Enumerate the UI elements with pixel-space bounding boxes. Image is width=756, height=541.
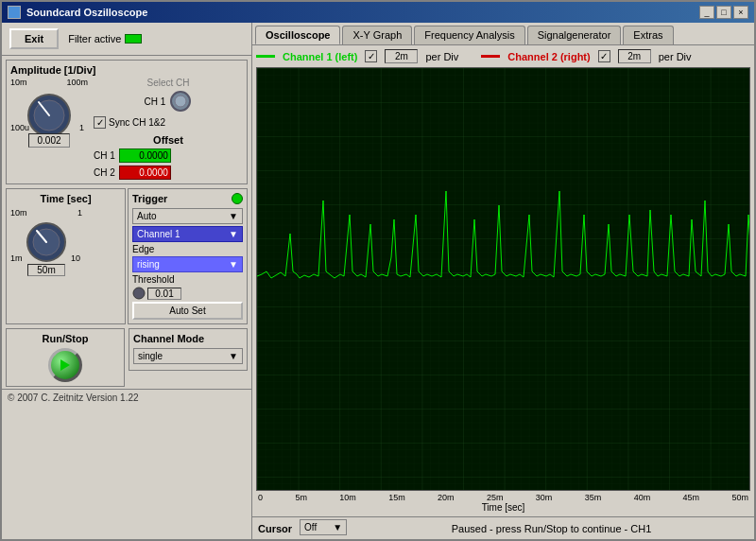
threshold-row: Threshold — [132, 274, 243, 285]
filter-active-label: Filter active — [68, 33, 142, 44]
ch1-offset-input[interactable] — [119, 148, 171, 163]
close-button[interactable]: × — [733, 6, 748, 19]
svg-point-8 — [133, 288, 145, 299]
amplitude-section: Amplitude [1/Div] 10m 100m 100u 1 — [6, 60, 248, 184]
channel-mode-dropdown[interactable]: single ▼ — [133, 348, 243, 364]
main-window: Soundcard Oszilloscope _ □ × Exit Filter… — [0, 0, 756, 541]
time-label-15m: 15m — [388, 493, 405, 502]
threshold-title: Threshold — [132, 274, 174, 285]
tab-signalgenerator[interactable]: Signalgenerator — [527, 26, 622, 44]
sync-label: Sync CH 1&2 — [109, 117, 165, 128]
tab-xy-graph[interactable]: X-Y Graph — [342, 26, 412, 44]
sync-row: ✓ Sync CH 1&2 — [94, 116, 243, 129]
time-label-25m: 25m — [487, 493, 504, 502]
ch2-line-indicator — [481, 55, 500, 58]
time-value-display — [27, 264, 65, 276]
amplitude-value-input[interactable] — [28, 133, 70, 148]
auto-set-button[interactable]: Auto Set — [132, 302, 243, 320]
trigger-edge-dropdown[interactable]: rising ▼ — [132, 256, 243, 272]
edge-title: Edge — [132, 244, 243, 254]
amplitude-title: Amplitude [1/Div] — [10, 64, 243, 76]
ch1-offset-row: CH 1 — [94, 148, 243, 163]
trigger-led — [232, 193, 243, 204]
ch2-channel-label: Channel 2 (right) — [507, 51, 590, 62]
minimize-button[interactable]: _ — [699, 6, 714, 19]
time-title: Time [sec] — [10, 193, 121, 204]
bottom-left: Run/Stop Channel Mode single ▼ — [6, 328, 248, 387]
sync-checkbox[interactable]: ✓ — [94, 116, 106, 129]
maximize-button[interactable]: □ — [716, 6, 731, 19]
cursor-value: Off — [304, 522, 317, 532]
offset-title: Offset — [94, 134, 243, 146]
title-bar: Soundcard Oszilloscope _ □ × — [2, 2, 754, 23]
bottom-bar: Cursor Off ▼ Paused - press Run/Stop to … — [252, 516, 754, 539]
trigger-auto-arrow: ▼ — [229, 211, 238, 221]
scope-canvas — [256, 67, 750, 491]
ch1-line-indicator — [256, 55, 275, 58]
run-stop-section: Run/Stop — [6, 328, 125, 387]
select-ch-label: Select CH — [94, 78, 243, 88]
ch1-checkbox[interactable]: ✓ — [365, 50, 377, 62]
ch1-offset-label: CH 1 — [94, 150, 115, 161]
trigger-channel-arrow: ▼ — [229, 229, 238, 239]
ch2-offset-input[interactable] — [119, 166, 171, 180]
run-stop-button[interactable] — [48, 348, 82, 382]
time-label-30m: 30m — [536, 493, 553, 502]
time-axis-labels: 0 5m 10m 15m 20m 25m 30m 35m 40m 45m 50m — [256, 493, 750, 502]
ch1-per-div-input[interactable] — [385, 49, 418, 63]
tab-oscilloscope[interactable]: Oscilloscope — [255, 26, 340, 44]
filter-active-led — [125, 34, 142, 44]
content-area: Exit Filter active Amplitude [1/Div] 10m… — [2, 23, 754, 539]
select-ch-section: Select CH CH 1 ✓ Sync CH 1&2 — [94, 78, 243, 180]
exit-button[interactable]: Exit — [9, 28, 59, 49]
title-bar-left: Soundcard Oszilloscope — [8, 6, 147, 19]
time-label-40m: 40m — [634, 493, 651, 502]
ch2-checkbox[interactable]: ✓ — [598, 50, 610, 62]
run-stop-icon — [60, 359, 70, 371]
threshold-input-row — [132, 287, 243, 300]
time-value-input[interactable] — [27, 264, 65, 276]
threshold-knob-svg[interactable] — [132, 287, 146, 300]
time-label-20m: 20m — [438, 493, 455, 502]
amplitude-knob-container: 10m 100m 100u 1 — [10, 78, 88, 149]
svg-rect-11 — [257, 68, 749, 490]
cursor-label: Cursor — [258, 523, 292, 534]
top-controls: Exit Filter active — [2, 23, 251, 56]
time-label-5m: 5m — [295, 493, 307, 502]
status-text: Paused - press Run/Stop to continue - CH… — [354, 523, 748, 534]
time-label-50m: 50m — [731, 493, 748, 502]
ch1-channel-label: Channel 1 (left) — [283, 51, 357, 62]
amplitude-value-display — [28, 133, 70, 148]
ch1-row: CH 1 — [94, 90, 243, 113]
trigger-auto-dropdown[interactable]: Auto ▼ — [132, 208, 243, 224]
app-icon — [8, 6, 21, 19]
tab-frequency-analysis[interactable]: Frequency Analysis — [414, 26, 524, 44]
channel-controls: Channel 1 (left) ✓ per Div Channel 2 (ri… — [256, 49, 750, 63]
time-label-35m: 35m — [585, 493, 602, 502]
channel-mode-section: Channel Mode single ▼ — [129, 328, 248, 371]
left-panel: Exit Filter active Amplitude [1/Div] 10m… — [2, 23, 252, 539]
time-axis-title: Time [sec] — [256, 502, 750, 513]
scope-display — [257, 68, 749, 490]
trigger-channel-dropdown[interactable]: Channel 1 ▼ — [132, 226, 243, 242]
cursor-arrow: ▼ — [333, 522, 342, 532]
trigger-title-row: Trigger — [132, 193, 243, 204]
trigger-section: Trigger Auto ▼ Channel 1 ▼ Edge rising — [128, 188, 248, 324]
tab-extras[interactable]: Extras — [623, 26, 673, 44]
trigger-title: Trigger — [132, 193, 167, 204]
window-title: Soundcard Oszilloscope — [26, 7, 147, 18]
threshold-value-input[interactable] — [147, 288, 181, 300]
cursor-dropdown[interactable]: Off ▼ — [300, 519, 347, 535]
trigger-edge-arrow: ▼ — [229, 259, 238, 270]
footer-text: © 2007 C. Zeitnitz Version 1.22 — [8, 393, 139, 403]
ch1-knob[interactable] — [169, 90, 192, 113]
trigger-edge-label: rising — [137, 259, 160, 270]
time-label-10m: 10m — [339, 493, 356, 502]
ch1-per-div-label: per Div — [425, 51, 458, 62]
ch2-per-div-input[interactable] — [618, 49, 651, 63]
footer: © 2007 C. Zeitnitz Version 1.22 — [2, 389, 251, 406]
time-label-45m: 45m — [683, 493, 700, 502]
offset-section: Offset CH 1 CH 2 — [94, 134, 243, 180]
time-knob-container: 10m 1 1m 10 — [10, 208, 82, 276]
svg-point-4 — [175, 96, 186, 107]
